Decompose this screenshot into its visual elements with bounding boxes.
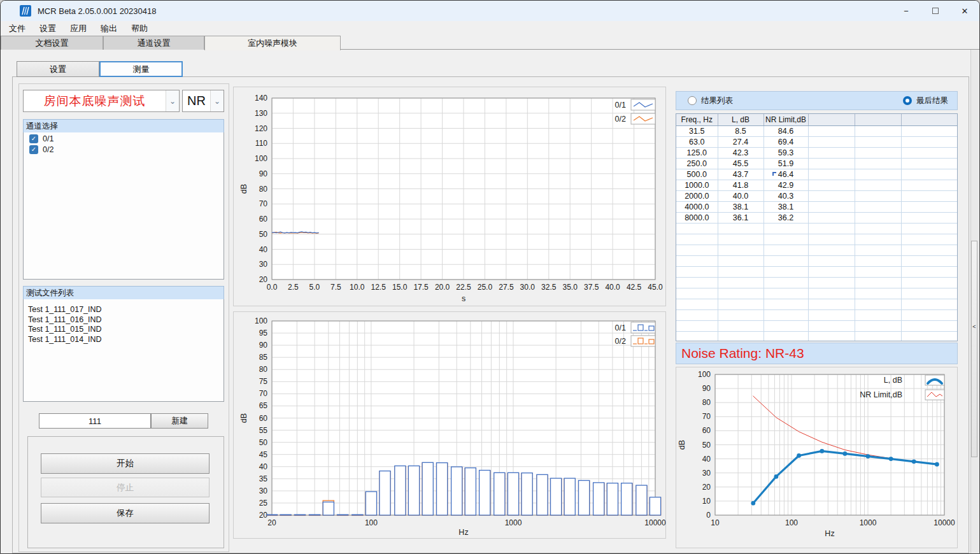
- tab-settings[interactable]: 设置: [17, 61, 99, 77]
- noise-rating-banner: Noise Rating: NR-43: [676, 343, 958, 364]
- svg-text:NR Limit,dB: NR Limit,dB: [860, 390, 902, 399]
- radio-selected-icon[interactable]: [903, 96, 912, 105]
- svg-text:100: 100: [255, 154, 267, 163]
- test-type-select[interactable]: 房间本底噪声测试 ⌄: [23, 90, 180, 112]
- svg-text:40: 40: [259, 462, 268, 471]
- channel-checkbox[interactable]: ✓: [29, 145, 38, 154]
- svg-text:30: 30: [702, 469, 711, 478]
- radio-result-list[interactable]: 结果列表: [688, 96, 733, 106]
- cell-nr-limit: 69.4: [763, 136, 808, 147]
- col-empty: [855, 114, 901, 125]
- table-row-empty: [676, 255, 958, 266]
- tab-measurement[interactable]: 测量: [99, 61, 183, 77]
- cell-level: 27.4: [718, 136, 763, 147]
- cell-level: 41.8: [718, 180, 763, 190]
- table-row-empty: [676, 266, 958, 277]
- svg-text:75: 75: [259, 377, 268, 386]
- menu-item[interactable]: 帮助: [124, 22, 155, 36]
- svg-text:10000: 10000: [644, 518, 666, 527]
- app-window: MCR Beta 2.05.0.001 20230418 − ✕ 文件设置应用输…: [0, 0, 980, 554]
- table-row: 4000.0 38.1 38.1: [676, 201, 958, 212]
- svg-text:40.0: 40.0: [605, 283, 620, 292]
- table-row-empty: [676, 277, 958, 288]
- cell-level: 36.1: [718, 212, 763, 223]
- main-tab-bar: 文档设置 通道设置 室内噪声模块: [1, 36, 979, 50]
- menu-bar: 文件设置应用输出帮助: [1, 21, 979, 36]
- tab-indoor-noise-module[interactable]: 室内噪声模块: [204, 36, 341, 50]
- svg-text:45.0: 45.0: [648, 283, 663, 292]
- svg-text:90: 90: [259, 169, 268, 178]
- menu-item[interactable]: 设置: [32, 22, 63, 36]
- collapse-panel-handle[interactable]: <: [971, 241, 977, 457]
- file-list-item[interactable]: Test 1_111_015_IND: [24, 325, 224, 335]
- svg-text:10.0: 10.0: [350, 283, 365, 292]
- svg-text:30.0: 30.0: [520, 283, 536, 292]
- new-button[interactable]: 新建: [151, 413, 208, 429]
- tab-document-settings[interactable]: 文档设置: [1, 36, 103, 50]
- table-row-empty: [676, 288, 958, 299]
- cell-level: 40.0: [718, 190, 763, 201]
- svg-text:60: 60: [259, 215, 268, 224]
- svg-text:0/2: 0/2: [615, 337, 626, 346]
- channel-list-item[interactable]: ✓ 0/1: [24, 132, 224, 143]
- spectrum-bar-chart: 2025303540455055606570758085909510020100…: [233, 311, 666, 539]
- start-button[interactable]: 开始: [41, 453, 209, 474]
- cell-nr-limit: 40.3: [763, 190, 808, 201]
- file-list-item[interactable]: Test 1_111_016_IND: [24, 315, 224, 325]
- title-bar: MCR Beta 2.05.0.001 20230418 − ✕: [1, 1, 979, 21]
- svg-text:140: 140: [255, 94, 267, 103]
- maximize-button[interactable]: [921, 1, 950, 21]
- file-list-item[interactable]: Test 1_111_014_IND: [24, 335, 224, 345]
- svg-text:60: 60: [702, 426, 711, 435]
- table-row: 125.0 42.3 59.3: [676, 147, 958, 158]
- chevron-down-icon[interactable]: ⌄: [166, 90, 179, 111]
- menu-item[interactable]: 应用: [63, 22, 94, 36]
- svg-text:0: 0: [706, 511, 711, 520]
- svg-text:100: 100: [365, 518, 378, 527]
- channel-list-item[interactable]: ✓ 0/2: [24, 143, 224, 154]
- cell-level: 38.1: [718, 201, 763, 212]
- svg-text:80: 80: [259, 185, 268, 194]
- close-button[interactable]: ✕: [950, 1, 979, 21]
- menu-item[interactable]: 文件: [2, 22, 32, 36]
- svg-text:40: 40: [702, 455, 711, 464]
- maximize-icon: [932, 8, 939, 14]
- svg-text:80: 80: [702, 398, 711, 407]
- menu-item[interactable]: 输出: [94, 22, 124, 36]
- table-row-empty: [676, 320, 958, 331]
- table-row: 2000.0 40.0 40.3: [676, 190, 958, 201]
- channel-list[interactable]: ✓ 0/1 ✓ 0/2: [23, 132, 224, 280]
- svg-text:50: 50: [259, 438, 268, 447]
- svg-text:30: 30: [259, 487, 268, 495]
- table-row: 1000.0 41.8 42.9: [676, 180, 958, 190]
- svg-text:100: 100: [255, 316, 267, 325]
- cell-nr-limit: 51.9: [763, 158, 808, 169]
- table-row-empty: [676, 299, 958, 309]
- test-file-list[interactable]: Test 1_111_017_INDTest 1_111_016_INDTest…: [23, 299, 224, 402]
- channel-select-header: 通道选择: [23, 119, 224, 133]
- svg-text:0/1: 0/1: [615, 101, 626, 110]
- file-list-item[interactable]: Test 1_111_017_IND: [24, 305, 224, 315]
- channel-checkbox[interactable]: ✓: [29, 134, 38, 143]
- table-row-empty: [676, 223, 958, 234]
- table-row: 250.0 45.5 51.9: [676, 158, 958, 169]
- cell-nr-limit: 84.6: [763, 125, 808, 136]
- radio-last-result[interactable]: 最后结果: [903, 96, 948, 106]
- cell-freq: 125.0: [676, 147, 718, 158]
- table-row-empty: [676, 331, 958, 341]
- file-name-input[interactable]: [39, 413, 151, 429]
- rating-standard-select[interactable]: NR ⌄: [182, 90, 224, 112]
- test-type-value: 房间本底噪声测试: [24, 90, 166, 111]
- table-row-empty: [676, 234, 958, 245]
- svg-text:30: 30: [259, 260, 268, 269]
- svg-text:s: s: [462, 294, 465, 303]
- svg-text:0/2: 0/2: [615, 115, 626, 124]
- tab-channel-settings[interactable]: 通道设置: [103, 36, 204, 50]
- save-button[interactable]: 保存: [41, 503, 209, 523]
- stop-button[interactable]: 停止: [41, 478, 209, 497]
- chevron-down-icon[interactable]: ⌄: [210, 90, 224, 111]
- svg-text:37.5: 37.5: [584, 283, 599, 292]
- minimize-button[interactable]: −: [891, 1, 921, 21]
- svg-text:80: 80: [259, 365, 268, 374]
- radio-unselected-icon[interactable]: [688, 96, 697, 105]
